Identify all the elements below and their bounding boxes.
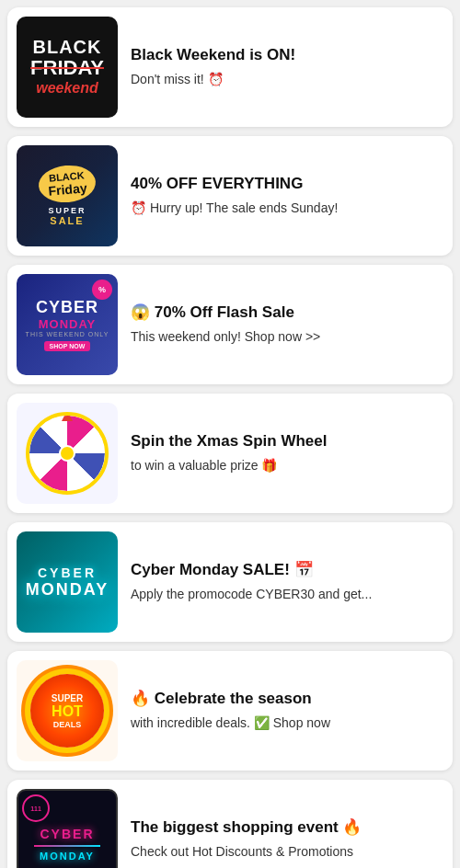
spin-wheel-graphic	[26, 412, 109, 495]
wheel-center	[59, 445, 75, 462]
card-sub-4: to win a valuable prize 🎁	[131, 457, 443, 475]
card-text-2: 40% OFF EVERYTHING ⏰ Hurry up! The sale …	[131, 174, 443, 218]
thumbnail-cyber-monday-blue: % CYBER MONDAY THIS WEEKEND ONLY SHOP NO…	[17, 274, 118, 375]
card-sub-3: This weekend only! Shop now >>	[131, 328, 443, 347]
card-super-hot-deals[interactable]: SUPER HOT DEALS 🔥 Celebrate the season w…	[7, 651, 453, 771]
thumbnail-cyber-monday-teal: CYBER MONDAY	[17, 531, 118, 633]
card-title-1: Black Weekend is ON!	[131, 45, 443, 65]
card-biggest-shopping[interactable]: 111 CYBER MONDAY The biggest shopping ev…	[7, 780, 453, 868]
card-spin-wheel[interactable]: Spin the Xmas Spin Wheel to win a valuab…	[7, 394, 453, 513]
card-sub-6: with incredible deals. ✅ Shop now	[131, 714, 443, 733]
card-text-1: Black Weekend is ON! Don't miss it! ⏰	[131, 45, 443, 89]
thumbnail-cyber-monday-dark: 111 CYBER MONDAY	[17, 789, 118, 868]
card-title-6: 🔥 Celebrate the season	[131, 689, 443, 709]
card-sub-1: Don't miss it! ⏰	[131, 71, 443, 89]
card-title-3: 😱 70% Off Flash Sale	[131, 303, 443, 323]
card-cyber-monday-flash[interactable]: % CYBER MONDAY THIS WEEKEND ONLY SHOP NO…	[7, 265, 453, 384]
wheel-pointer	[62, 412, 73, 421]
card-title-7: The biggest shopping event 🔥	[131, 817, 443, 838]
card-sub-7: Check out Hot Discounts & Promotions	[131, 843, 443, 862]
card-cyber-monday-sale[interactable]: CYBER MONDAY Cyber Monday SALE! 📅 Apply …	[7, 522, 453, 642]
card-text-7: The biggest shopping event 🔥 Check out H…	[131, 817, 443, 862]
card-text-4: Spin the Xmas Spin Wheel to win a valuab…	[131, 431, 443, 475]
card-text-6: 🔥 Celebrate the season with incredible d…	[131, 689, 443, 733]
card-black-friday-super[interactable]: BLACK Friday SUPER SALE 40% OFF EVERYTHI…	[7, 136, 453, 256]
card-sub-2: ⏰ Hurry up! The sale ends Sunday!	[131, 200, 443, 218]
card-title-5: Cyber Monday SALE! 📅	[131, 560, 443, 580]
thumbnail-black-friday-super: BLACK Friday SUPER SALE	[17, 145, 118, 246]
card-text-3: 😱 70% Off Flash Sale This weekend only! …	[131, 303, 443, 347]
thumbnail-black-weekend: BLACK FRIDAY weekend	[17, 17, 118, 118]
thumbnail-spin-wheel	[17, 403, 118, 504]
thumbnail-super-hot-deals: SUPER HOT DEALS	[17, 660, 118, 761]
card-black-weekend[interactable]: BLACK FRIDAY weekend Black Weekend is ON…	[7, 7, 453, 127]
card-title-2: 40% OFF EVERYTHING	[131, 174, 443, 194]
card-sub-5: Apply the promocode CYBER30 and get...	[131, 586, 443, 604]
card-text-5: Cyber Monday SALE! 📅 Apply the promocode…	[131, 560, 443, 604]
card-title-4: Spin the Xmas Spin Wheel	[131, 431, 443, 451]
